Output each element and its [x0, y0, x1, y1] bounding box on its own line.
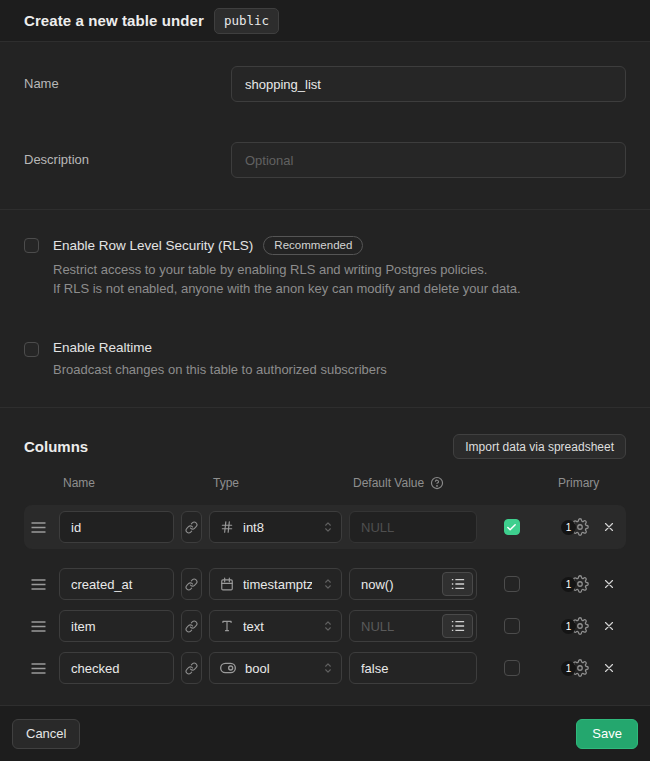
foreign-key-link-icon[interactable]: [181, 610, 202, 642]
chevron-updown-icon: [321, 577, 335, 591]
default-suggestions-button[interactable]: [442, 614, 473, 638]
column-type-select[interactable]: bool: [209, 652, 342, 684]
column-type-select[interactable]: text: [209, 610, 342, 642]
recommended-badge: Recommended: [263, 236, 363, 255]
column-default-input[interactable]: [349, 652, 477, 684]
column-settings-button[interactable]: 1: [561, 659, 589, 677]
primary-checkbox[interactable]: [504, 519, 520, 535]
table-details-section: Name Description: [0, 42, 650, 210]
description-label: Description: [24, 142, 231, 167]
column-name-input[interactable]: [59, 610, 174, 642]
column-type-label: text: [243, 619, 312, 634]
drag-handle-icon[interactable]: [24, 621, 52, 632]
drag-handle-icon[interactable]: [24, 522, 52, 533]
column-settings-button[interactable]: 1: [561, 518, 589, 536]
hash-icon: [220, 520, 234, 534]
column-settings-button[interactable]: 1: [561, 617, 589, 635]
column-header-name: Name: [59, 476, 174, 490]
column-header-default: Default Value: [353, 476, 424, 490]
table-row: bool 1: [24, 652, 626, 684]
cancel-button[interactable]: Cancel: [12, 719, 80, 749]
table-row: timestamptz 1: [24, 568, 626, 600]
settings-count-badge: 1: [561, 661, 576, 676]
dialog-header: Create a new table under public: [0, 0, 650, 42]
settings-count-badge: 1: [561, 520, 576, 535]
page-title: Create a new table under: [24, 12, 204, 29]
save-button[interactable]: Save: [576, 719, 638, 749]
remove-column-button[interactable]: [602, 619, 616, 633]
foreign-key-link-icon[interactable]: [181, 568, 202, 600]
column-name-input[interactable]: [59, 568, 174, 600]
help-icon[interactable]: [430, 476, 444, 490]
text-type-icon: [220, 619, 234, 633]
columns-section: Columns Import data via spreadsheet Name…: [0, 408, 650, 706]
remove-column-button[interactable]: [602, 520, 616, 534]
table-row: text 1: [24, 610, 626, 642]
boolean-icon: [220, 662, 236, 674]
table-description-input[interactable]: [231, 142, 626, 178]
schema-badge: public: [214, 8, 279, 34]
remove-column-button[interactable]: [602, 577, 616, 591]
calendar-icon: [220, 577, 234, 591]
rls-description-line2: If RLS is not enabled, anyone with the a…: [53, 279, 521, 298]
settings-count-badge: 1: [561, 577, 576, 592]
chevron-updown-icon: [321, 619, 335, 633]
settings-count-badge: 1: [561, 619, 576, 634]
primary-checkbox[interactable]: [504, 660, 520, 676]
column-type-select[interactable]: timestamptz: [209, 568, 342, 600]
name-label: Name: [24, 66, 231, 91]
primary-checkbox[interactable]: [504, 576, 520, 592]
column-header-type: Type: [209, 476, 342, 490]
realtime-description: Broadcast changes on this table to autho…: [53, 360, 387, 379]
columns-title: Columns: [24, 438, 88, 455]
drag-handle-icon[interactable]: [24, 579, 52, 590]
name-field-row: Name: [24, 66, 626, 102]
table-name-input[interactable]: [231, 66, 626, 102]
drag-handle-icon[interactable]: [24, 663, 52, 674]
default-suggestions-button[interactable]: [442, 572, 473, 596]
columns-header-row: Name Type Default Value Primary: [24, 476, 626, 490]
column-type-select[interactable]: int8: [209, 511, 342, 543]
remove-column-button[interactable]: [602, 661, 616, 675]
description-field-row: Description: [24, 142, 626, 178]
import-spreadsheet-button[interactable]: Import data via spreadsheet: [453, 434, 626, 459]
chevron-updown-icon: [321, 661, 335, 675]
column-type-label: int8: [243, 520, 312, 535]
column-name-input[interactable]: [59, 652, 174, 684]
realtime-checkbox[interactable]: [24, 342, 39, 357]
realtime-label: Enable Realtime: [53, 340, 152, 355]
rls-label: Enable Row Level Security (RLS): [53, 238, 253, 253]
table-options-section: Enable Row Level Security (RLS) Recommen…: [0, 210, 650, 408]
rls-toggle-block: Enable Row Level Security (RLS) Recommen…: [24, 236, 626, 298]
column-default-input: [349, 511, 477, 543]
column-type-label: timestamptz: [243, 577, 312, 592]
column-row-highlight: int8 1: [24, 505, 626, 549]
column-name-input[interactable]: [59, 511, 174, 543]
foreign-key-link-icon[interactable]: [181, 511, 202, 543]
column-header-primary: Primary: [546, 476, 626, 490]
column-settings-button[interactable]: 1: [561, 575, 589, 593]
table-row: int8 1: [24, 511, 626, 543]
chevron-updown-icon: [321, 520, 335, 534]
foreign-key-link-icon[interactable]: [181, 652, 202, 684]
column-type-label: bool: [245, 661, 312, 676]
realtime-toggle-block: Enable Realtime Broadcast changes on thi…: [24, 340, 626, 379]
primary-checkbox[interactable]: [504, 618, 520, 634]
rls-checkbox[interactable]: [24, 238, 39, 253]
dialog-footer: Cancel Save: [0, 706, 650, 761]
rls-description-line1: Restrict access to your table by enablin…: [53, 260, 521, 279]
check-icon: [506, 522, 517, 533]
